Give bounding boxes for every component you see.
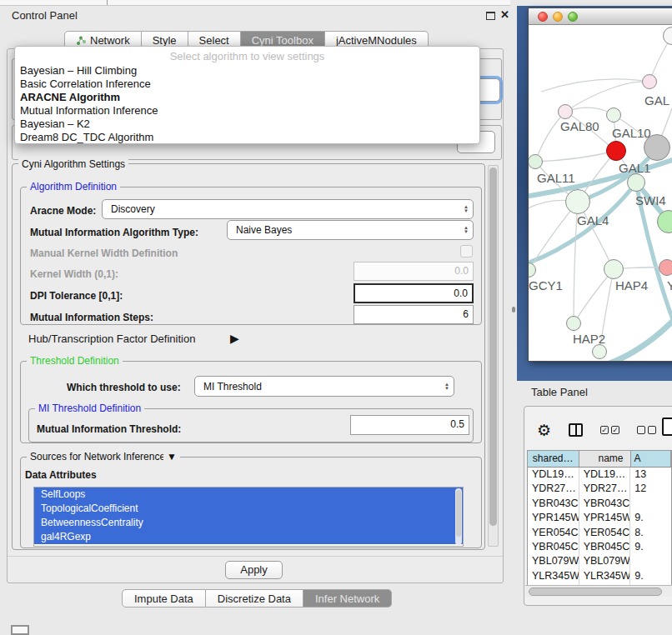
network-node-gal[interactable] <box>642 74 657 89</box>
hub-expand-arrow-icon[interactable]: ▶ <box>230 332 239 345</box>
table-row[interactable]: YBL079WYBL079W <box>528 554 671 568</box>
close-panel-icon[interactable]: ✕ <box>500 8 509 21</box>
attribute-topologicalcoefficient[interactable]: TopologicalCoefficient <box>34 502 463 516</box>
mi-steps-field[interactable]: 6 <box>354 305 474 324</box>
network-view-window[interactable]: GAL GAL80 GAL10 GAL1 GAL11 SWI4 GAL4 GCY… <box>528 8 672 362</box>
cell-name: YER054C <box>579 526 631 540</box>
which-threshold-value: MI Threshold <box>195 381 440 392</box>
table-horizontal-scrollbar[interactable] <box>525 585 672 597</box>
sources-label: Sources for Network Inference <box>27 451 168 462</box>
mi-threshold-label: Mutual Information Threshold: <box>37 423 181 435</box>
network-node-gal10[interactable] <box>606 108 621 122</box>
dropdown-item-bayesian-hill-climbing[interactable]: Bayesian – Hill Climbing <box>15 64 479 78</box>
dropdown-item-bayesian-k2[interactable]: Bayesian – K2 <box>15 118 479 131</box>
network-node-gal1[interactable] <box>606 141 626 161</box>
network-node-gal4[interactable] <box>565 189 590 214</box>
float-panel-icon[interactable] <box>486 12 495 20</box>
dropdown-item-mutual-information[interactable]: Mutual Information Inference <box>15 104 479 118</box>
network-node-y[interactable] <box>659 259 672 276</box>
cell-value: 12 <box>630 482 671 496</box>
table-row[interactable]: YPR145WYPR145W9. <box>528 511 671 525</box>
cell-shared: YBL079W <box>528 554 579 568</box>
network-node-swi4[interactable] <box>627 173 645 192</box>
sources-collapse-arrow-icon[interactable]: ▼ <box>163 451 180 462</box>
aracne-mode-value: Discovery <box>103 203 459 215</box>
table-row[interactable]: YBR043CYBR043C <box>528 497 671 511</box>
node-label-gal80: GAL80 <box>560 119 599 133</box>
which-threshold-label: Which threshold to use: <box>67 382 181 393</box>
attribute-gal4rgexp[interactable]: gal4RGexp <box>34 530 463 544</box>
table-row[interactable]: YLR345WYLR345W9. <box>528 569 671 583</box>
table-row[interactable]: YER054CYER054C8. <box>528 526 671 540</box>
select-all-checks-icon[interactable]: ✓✓ <box>600 426 619 434</box>
tab-infer-network[interactable]: Infer Network <box>303 589 392 608</box>
cell-value: 9. <box>630 511 671 525</box>
network-node-hap4[interactable] <box>604 259 624 279</box>
table-header-row: shared… name A <box>528 451 671 468</box>
node-label-gal: GAL <box>644 93 669 108</box>
toolbar-divider <box>107 0 108 5</box>
deselect-all-checks-icon[interactable] <box>637 426 656 434</box>
mi-type-combobox[interactable]: Naive Bayes ▲▼ <box>227 220 474 240</box>
attribute-selfloops[interactable]: SelfLoops <box>34 488 463 502</box>
dropdown-item-dream8[interactable]: Dream8 DC_TDC Algorithm <box>15 131 479 144</box>
tab-discretize-data[interactable]: Discretize Data <box>206 589 303 608</box>
node-label-gal4: GAL4 <box>577 213 609 228</box>
network-window-titlebar[interactable] <box>529 8 672 25</box>
minimize-window-icon[interactable] <box>553 12 563 22</box>
network-canvas[interactable]: GAL GAL80 GAL10 GAL1 GAL11 SWI4 GAL4 GCY… <box>529 25 672 361</box>
export-table-icon[interactable] <box>662 418 672 436</box>
table-row[interactable]: YDL19…YDL19…13 <box>528 468 671 482</box>
settings-scrollbar[interactable] <box>488 165 499 547</box>
aracne-mode-combobox[interactable]: Discovery ▲▼ <box>102 199 474 219</box>
dpi-tolerance-field[interactable]: 0.0 <box>354 283 474 303</box>
splitter-grip[interactable] <box>512 307 515 312</box>
tab-impute-data[interactable]: Impute Data <box>122 589 206 608</box>
kernel-width-field[interactable]: 0.0 <box>354 262 474 281</box>
which-threshold-combobox[interactable]: MI Threshold ▲▼ <box>194 376 454 397</box>
algorithm-definition-label: Algorithm Definition <box>27 181 120 192</box>
manual-kernel-label: Manual Kernel Width Definition <box>30 248 178 259</box>
manual-kernel-checkbox[interactable] <box>460 245 473 258</box>
apply-button[interactable]: Apply <box>225 561 283 579</box>
table-panel-toolbar: ⚙ ✓✓ <box>527 415 672 445</box>
settings-scrollbar-thumb[interactable] <box>489 168 497 526</box>
table-settings-gear-icon[interactable]: ⚙ <box>537 422 551 438</box>
attribute-betweennesscentrality[interactable]: BetweennessCentrality <box>34 516 463 530</box>
column-header-shared-name[interactable]: shared… <box>528 451 579 467</box>
network-node-gal80[interactable] <box>558 104 573 119</box>
combo-stepper-icon: ▲▼ <box>440 382 454 391</box>
network-node-hap2[interactable] <box>566 316 581 331</box>
network-node[interactable] <box>644 134 670 161</box>
table-row[interactable]: YDR27…YDR27…12 <box>528 482 671 496</box>
dropdown-item-basic-correlation[interactable]: Basic Correlation Inference <box>15 78 479 91</box>
mi-threshold-definition-label: MI Threshold Definition <box>35 402 144 414</box>
network-node[interactable] <box>592 344 607 359</box>
attributes-scrollbar[interactable] <box>455 488 462 545</box>
dropdown-placeholder: Select algorithm to view settings <box>15 49 479 64</box>
cell-name: YPR145W <box>579 511 631 525</box>
zoom-window-icon[interactable] <box>568 12 578 22</box>
tab-cyni-label: Cyni Toolbox <box>252 34 313 47</box>
app-screen: Control Panel ✕ Network Style Select Cyn… <box>0 0 672 635</box>
mi-type-label: Mutual Information Algorithm Type: <box>30 227 198 238</box>
cell-value: 9. <box>630 540 671 554</box>
cell-value <box>630 554 671 568</box>
column-chooser-icon[interactable] <box>569 423 583 437</box>
cell-shared: YDL19… <box>528 468 579 482</box>
cell-value <box>630 497 671 511</box>
dropdown-item-aracne[interactable]: ARACNE Algorithm <box>15 91 479 104</box>
combo-stepper-icon: ▲▼ <box>459 205 473 213</box>
column-header-name[interactable]: name <box>579 451 631 467</box>
close-window-icon[interactable] <box>538 12 548 22</box>
cell-value: 13 <box>630 468 671 482</box>
attributes-scrollbar-thumb[interactable] <box>456 490 461 537</box>
hub-definition-label[interactable]: Hub/Transcription Factor Definition <box>28 332 195 345</box>
table-row[interactable]: YBR045CYBR045C9. <box>528 540 671 554</box>
docked-panel-icon[interactable] <box>11 625 29 635</box>
table-hscrollbar-thumb[interactable] <box>529 588 662 596</box>
column-header-partial[interactable]: A <box>631 451 671 467</box>
kernel-width-label: Kernel Width (0,1): <box>30 268 118 280</box>
mi-threshold-field[interactable]: 0.5 <box>350 415 469 435</box>
mi-type-value: Naive Bayes <box>228 224 459 236</box>
